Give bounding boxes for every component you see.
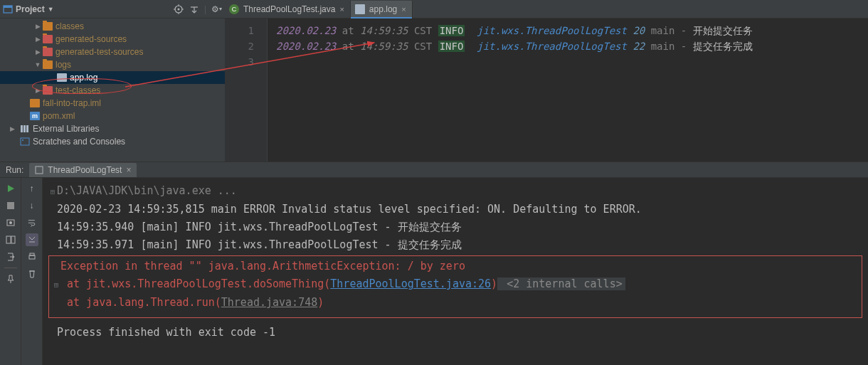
- svg-point-14: [22, 139, 23, 141]
- tab-label: ThreadPoolLogTest.java: [243, 4, 335, 14]
- cmd-line: D:\JAVA\JDK\bin\java.exe ...: [57, 184, 237, 197]
- console-output[interactable]: ⊞D:\JAVA\JDK\bin\java.exe ... 2020-02-23…: [43, 178, 868, 365]
- line-number: 1: [225, 23, 254, 38]
- folder-icon: [43, 86, 53, 95]
- up-button[interactable]: ↑: [26, 182, 38, 195]
- tree-label: classes: [55, 21, 84, 31]
- folder-icon: [43, 22, 53, 31]
- code-content: 2020.02.23 at 14:59:35 CST INFO jit.wxs.…: [268, 18, 753, 162]
- internal-calls: <2 internal calls>: [497, 277, 625, 290]
- msg: 提交任务完成: [693, 41, 753, 52]
- pin-button[interactable]: [4, 273, 17, 285]
- time: 14:59:35: [360, 25, 408, 36]
- svg-point-3: [177, 8, 179, 10]
- exit-button[interactable]: [4, 250, 17, 263]
- file-icon: [57, 73, 67, 82]
- dump-button[interactable]: [4, 216, 17, 229]
- file-icon: [355, 4, 365, 14]
- stack-link[interactable]: ThreadPoolLogTest.java:26: [330, 277, 491, 290]
- clear-button[interactable]: [26, 268, 38, 280]
- tree-label: logs: [55, 60, 71, 70]
- log-line: 2020.02.23 at 14:59:35 CST INFO jit.wxs.…: [276, 38, 753, 54]
- tree-folder-generated-test-sources[interactable]: ▶generated-test-sources: [0, 46, 225, 58]
- project-tree: ▶classes ▶generated-sources ▶generated-t…: [0, 18, 225, 148]
- run-toolbar-mid: ↑ ↓: [21, 178, 43, 365]
- editor-tabs: C ThreadPoolLogTest.java × app.log ×: [225, 0, 868, 18]
- svg-rect-12: [26, 125, 28, 132]
- collapse-icon[interactable]: [189, 4, 200, 15]
- tree-label: generated-test-sources: [55, 47, 143, 57]
- stop-button[interactable]: [4, 199, 17, 212]
- tree-folder-logs[interactable]: ▼logs: [0, 58, 225, 71]
- stack-close: ): [317, 296, 324, 309]
- scratches-consoles[interactable]: Scratches and Consoles: [0, 135, 225, 148]
- scratch-icon: [20, 137, 30, 146]
- svg-rect-10: [21, 125, 23, 132]
- svg-rect-16: [36, 166, 43, 174]
- folder-icon: [43, 48, 53, 56]
- wrap-button[interactable]: [26, 216, 38, 229]
- tab-log[interactable]: app.log ×: [351, 1, 413, 18]
- console-line: 14:59:35.971 [main] INFO jit.wxs.ThreadP…: [57, 238, 462, 251]
- at: at: [342, 25, 354, 36]
- stack-at: at java.lang.Thread.run(: [60, 296, 221, 309]
- stack-link[interactable]: Thread.java:748: [221, 296, 317, 309]
- close-icon[interactable]: ×: [339, 5, 344, 14]
- svg-rect-11: [23, 125, 26, 132]
- level: INFO: [438, 25, 465, 36]
- rerun-button[interactable]: [4, 182, 17, 195]
- tree-file-pom[interactable]: mpom.xml: [0, 110, 225, 122]
- date: 2020.02.23: [276, 41, 336, 52]
- locate-icon[interactable]: [173, 4, 184, 15]
- tab-java[interactable]: C ThreadPoolLogTest.java ×: [225, 1, 351, 18]
- code-area[interactable]: 123 2020.02.23 at 14:59:35 CST INFO jit.…: [225, 18, 868, 162]
- fold-icon[interactable]: ⊞: [48, 183, 57, 201]
- level: INFO: [438, 41, 465, 52]
- close-icon[interactable]: ×: [401, 5, 406, 14]
- run-config-icon: [35, 166, 43, 174]
- svg-rect-21: [6, 236, 11, 243]
- tree-file-app-log[interactable]: app.log: [0, 71, 225, 84]
- scroll-end-button[interactable]: [26, 233, 38, 246]
- svg-rect-22: [11, 236, 15, 243]
- folder-icon: [43, 60, 53, 69]
- external-libraries[interactable]: ▶External Libraries: [0, 122, 225, 135]
- project-title[interactable]: Project ▼: [3, 4, 54, 14]
- console-line: 2020-02-23 14:59:35,815 main ERROR Inval…: [57, 203, 642, 216]
- file-icon: [30, 99, 40, 107]
- dash: -: [681, 41, 687, 52]
- tree-label: generated-sources: [55, 34, 127, 44]
- project-icon: [3, 4, 13, 14]
- run-tab[interactable]: ThreadPoolLogTest ×: [29, 163, 137, 177]
- class: jit.wxs.ThreadPoolLogTest: [477, 41, 627, 52]
- svg-rect-18: [7, 202, 14, 209]
- gear-icon[interactable]: ⚙▾: [211, 4, 222, 15]
- tree-folder-classes[interactable]: ▶classes: [0, 20, 225, 33]
- down-button[interactable]: ↓: [26, 199, 38, 212]
- print-button[interactable]: [26, 250, 38, 263]
- layout-button[interactable]: [4, 233, 17, 246]
- thread: main: [651, 25, 675, 36]
- tree-folder-generated-sources[interactable]: ▶generated-sources: [0, 33, 225, 46]
- fold-icon[interactable]: ⊞: [52, 276, 60, 294]
- tree-file-iml[interactable]: fall-into-trap.iml: [0, 97, 225, 110]
- svg-rect-23: [29, 255, 35, 259]
- class-icon: C: [229, 4, 239, 14]
- console-line: 14:59:35.940 [main] INFO jit.wxs.ThreadP…: [57, 221, 462, 233]
- line-number: 3: [225, 54, 254, 70]
- date: 2020.02.23: [276, 25, 336, 36]
- thread: main: [651, 41, 675, 52]
- run-panel: ↑ ↓ ⊞D:\JAVA\JDK\bin\java.exe ... 2020-0…: [0, 178, 868, 365]
- tree-folder-test-classes[interactable]: ▶test-classes: [0, 84, 225, 97]
- line-num: 20: [633, 25, 645, 36]
- editor-pane: C ThreadPoolLogTest.java × app.log × 123…: [225, 0, 868, 162]
- tree-label: fall-into-trap.iml: [43, 98, 101, 108]
- close-icon[interactable]: ×: [126, 165, 131, 175]
- at: at: [342, 41, 354, 52]
- svg-point-20: [9, 221, 12, 224]
- svg-rect-24: [30, 253, 34, 255]
- log-line: 2020.02.23 at 14:59:35 CST INFO jit.wxs.…: [276, 23, 753, 38]
- run-label: Run:: [3, 165, 26, 175]
- run-toolbar-left: [0, 178, 21, 365]
- tree-label: app.log: [70, 73, 97, 83]
